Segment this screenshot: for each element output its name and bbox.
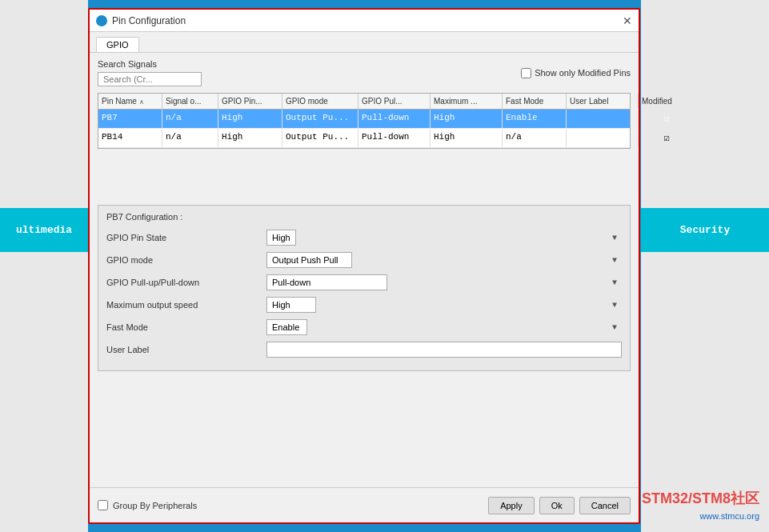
select-fast-mode[interactable]: Enable Disable bbox=[266, 319, 307, 335]
td-pin-name: PB7 bbox=[98, 110, 162, 128]
pin-table: Pin Name ∧ Signal o... GPIO Pin... GPIO … bbox=[98, 93, 631, 149]
select-gpio-pull[interactable]: No pull-up and no pull-down Pull-up Pull… bbox=[266, 274, 387, 290]
th-user-label: User Label bbox=[567, 94, 639, 109]
td-gpio-pin: High bbox=[218, 110, 282, 128]
td-gpio-pull: Pull-down bbox=[358, 129, 431, 147]
td-gpio-mode: Output Pu... bbox=[282, 129, 358, 147]
apply-button[interactable]: Apply bbox=[488, 497, 535, 514]
input-user-label[interactable] bbox=[266, 342, 622, 358]
watermark-url: www.stmcu.org bbox=[699, 511, 759, 521]
chevron-down-icon: ▼ bbox=[612, 301, 617, 310]
chevron-down-icon: ▼ bbox=[612, 278, 617, 287]
th-gpio-mode: GPIO mode bbox=[282, 94, 358, 109]
config-label-fast-mode: Fast Mode bbox=[106, 322, 266, 332]
chevron-down-icon: ▼ bbox=[612, 323, 617, 332]
tab-bar: GPIO bbox=[90, 32, 639, 53]
search-bar: Search Signals Show only Modified Pins bbox=[90, 53, 639, 93]
config-label-gpio-pin-state: GPIO Pin State bbox=[106, 233, 266, 242]
td-fast-mode: Enable bbox=[503, 110, 567, 128]
dialog-footer: Group By Peripherals Apply Ok Cancel bbox=[90, 487, 639, 522]
td-max-speed: High bbox=[431, 129, 503, 147]
config-title: PB7 Configuration : bbox=[106, 212, 622, 222]
td-max-speed: High bbox=[431, 110, 503, 128]
config-label-max-speed: Maximum output speed bbox=[106, 300, 266, 310]
td-signal: n/a bbox=[162, 129, 218, 147]
table-row[interactable]: PB14 n/a High Output Pu... Pull-down Hig… bbox=[98, 129, 630, 148]
footer-left: Group By Peripherals bbox=[98, 500, 197, 510]
watermark-text: STM32/STM8社区 bbox=[642, 489, 759, 508]
th-gpio-pull: GPIO Pul... bbox=[358, 94, 431, 109]
security-label: Security bbox=[680, 224, 730, 236]
td-signal: n/a bbox=[162, 110, 218, 128]
right-panel bbox=[641, 0, 769, 532]
td-user-label bbox=[567, 129, 639, 147]
show-modified-checkbox[interactable] bbox=[521, 68, 531, 78]
cancel-button[interactable]: Cancel bbox=[579, 497, 631, 514]
td-modified: ☑ bbox=[639, 110, 695, 128]
empty-space bbox=[90, 149, 639, 197]
select-wrapper-gpio-mode: Output Push Pull Output Open Drain ▼ bbox=[266, 252, 622, 268]
dialog-icon bbox=[96, 15, 107, 26]
td-gpio-pin: High bbox=[218, 129, 282, 147]
group-by-checkbox[interactable] bbox=[98, 500, 108, 510]
show-modified-label[interactable]: Show only Modified Pins bbox=[521, 68, 631, 78]
footer-buttons: Apply Ok Cancel bbox=[488, 497, 631, 514]
table-header: Pin Name ∧ Signal o... GPIO Pin... GPIO … bbox=[98, 94, 630, 110]
close-button[interactable]: ✕ bbox=[623, 14, 632, 27]
pin-config-dialog: Pin Configuration ✕ GPIO Search Signals … bbox=[88, 8, 640, 524]
select-wrapper-fast-mode: Enable Disable ▼ bbox=[266, 319, 622, 335]
chevron-down-icon: ▼ bbox=[612, 256, 617, 265]
table-row[interactable]: PB7 n/a High Output Pu... Pull-down High… bbox=[98, 110, 630, 129]
select-wrapper-gpio-pin-state: High Low ▼ bbox=[266, 230, 622, 246]
th-pin-name: Pin Name ∧ bbox=[98, 94, 162, 109]
td-user-label bbox=[567, 110, 639, 128]
th-signal: Signal o... bbox=[162, 94, 218, 109]
td-gpio-mode: Output Pu... bbox=[282, 110, 358, 128]
dialog-title-bar: Pin Configuration ✕ bbox=[90, 10, 639, 32]
config-label-gpio-pull: GPIO Pull-up/Pull-down bbox=[106, 278, 266, 287]
ok-button[interactable]: Ok bbox=[539, 497, 575, 514]
config-label-gpio-mode: GPIO mode bbox=[106, 255, 266, 265]
select-gpio-pin-state[interactable]: High Low bbox=[266, 230, 296, 246]
search-input[interactable] bbox=[98, 72, 202, 86]
th-gpio-pin: GPIO Pin... bbox=[218, 94, 282, 109]
sort-arrow: ∧ bbox=[139, 98, 144, 106]
td-modified: ☑ bbox=[639, 129, 695, 147]
th-max-speed: Maximum ... bbox=[431, 94, 503, 109]
select-gpio-mode[interactable]: Output Push Pull Output Open Drain bbox=[266, 252, 352, 268]
tab-gpio[interactable]: GPIO bbox=[96, 37, 139, 52]
th-fast-mode: Fast Mode bbox=[503, 94, 567, 109]
config-row-gpio-pin-state: GPIO Pin State High Low ▼ bbox=[106, 230, 622, 246]
select-wrapper-max-speed: Low Medium High Very High ▼ bbox=[266, 297, 622, 313]
config-row-gpio-pull: GPIO Pull-up/Pull-down No pull-up and no… bbox=[106, 274, 622, 290]
config-section: PB7 Configuration : GPIO Pin State High … bbox=[98, 205, 631, 371]
td-fast-mode: n/a bbox=[503, 129, 567, 147]
config-row-user-label: User Label bbox=[106, 342, 622, 358]
group-by-label: Group By Peripherals bbox=[113, 501, 197, 510]
multimedia-panel: ultimedia bbox=[0, 208, 88, 252]
multimedia-label: ultimedia bbox=[16, 224, 72, 236]
left-panel bbox=[0, 0, 88, 532]
config-row-max-speed: Maximum output speed Low Medium High Ver… bbox=[106, 297, 622, 313]
security-panel: Security bbox=[641, 208, 769, 252]
chevron-down-icon: ▼ bbox=[612, 234, 617, 242]
td-gpio-pull: Pull-down bbox=[358, 110, 431, 128]
search-label: Search Signals bbox=[98, 59, 202, 69]
dialog-title: Pin Configuration bbox=[112, 15, 186, 26]
config-label-user-label: User Label bbox=[106, 345, 266, 354]
td-pin-name: PB14 bbox=[98, 129, 162, 147]
select-wrapper-gpio-pull: No pull-up and no pull-down Pull-up Pull… bbox=[266, 274, 622, 290]
select-max-speed[interactable]: Low Medium High Very High bbox=[266, 297, 316, 313]
th-modified: Modified bbox=[639, 94, 695, 109]
config-row-fast-mode: Fast Mode Enable Disable ▼ bbox=[106, 319, 622, 335]
config-row-gpio-mode: GPIO mode Output Push Pull Output Open D… bbox=[106, 252, 622, 268]
